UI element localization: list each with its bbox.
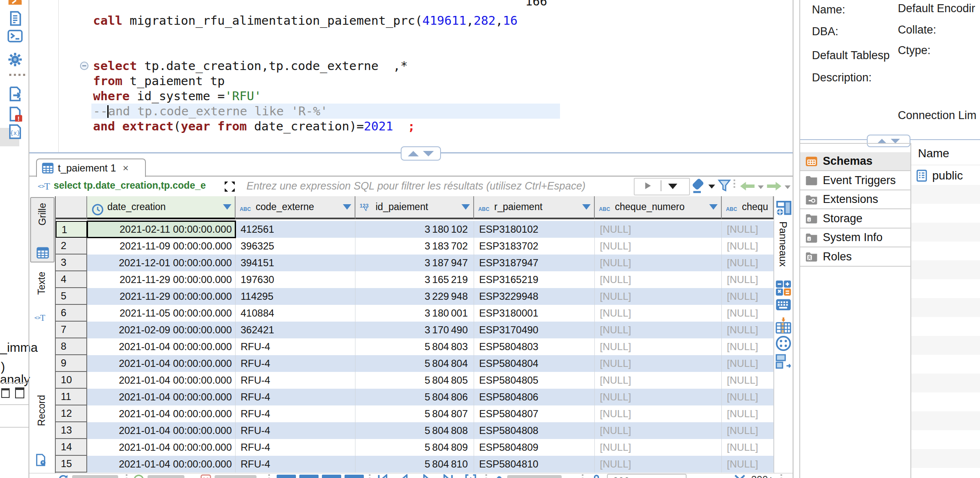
table-cell-code[interactable]: 362421 [236, 322, 355, 338]
column-header-id_paiement[interactable]: 123id_paiement [355, 196, 474, 219]
export-result-icon[interactable] [8, 86, 23, 101]
fetch-settings-icon[interactable] [591, 474, 602, 478]
next-record-icon[interactable] [421, 474, 432, 478]
row-number-cell[interactable]: 7 [56, 322, 87, 338]
column-header-r_paiement[interactable]: ABCr_paiement [474, 196, 595, 219]
row-number-cell[interactable]: 6 [56, 305, 87, 322]
layout-icon[interactable] [775, 354, 791, 370]
table-cell-cheque[interactable]: [NULL] [595, 456, 722, 473]
table-cell-date[interactable]: 2021-01-04 00:00:00.000 [87, 338, 236, 355]
code-line[interactable]: from t_paiement tp [93, 73, 225, 88]
table-cell-date[interactable]: 2021-11-29 00:00:00.000 [87, 288, 236, 305]
execute-orange-icon[interactable] [8, 0, 23, 8]
row-number-cell[interactable]: 1 [56, 221, 87, 238]
table-cell-r[interactable]: ESP3187947 [474, 255, 595, 271]
column-header-chequ[interactable]: ABCchequ [722, 196, 774, 219]
table-cell-id[interactable]: 3 180 102 [355, 221, 474, 238]
table-cell-date[interactable]: 2021-01-04 00:00:00.000 [87, 456, 236, 473]
panels-toggle-icon[interactable] [775, 200, 793, 217]
column-filter-dropdown-icon[interactable] [343, 204, 351, 210]
table-cell-code[interactable]: 412561 [236, 221, 355, 238]
table-cell-r[interactable]: ESP3229948 [474, 288, 595, 305]
sash-down-icon[interactable] [423, 151, 434, 156]
column-header-date_creation[interactable]: date_creation [87, 196, 236, 219]
code-line[interactable]: where id_systeme ='RFU' [93, 88, 262, 104]
record-mode-icon[interactable] [775, 335, 791, 351]
table-cell-r[interactable]: ESP5804804 [474, 355, 595, 372]
table-cell-id[interactable]: 5 804 807 [355, 405, 474, 422]
virtual-keyboard-icon[interactable] [775, 299, 791, 314]
table-cell-last[interactable]: [NULL] [722, 405, 774, 422]
table-cell-code[interactable]: RFU-4 [236, 439, 355, 456]
table-cell-date[interactable]: 2021-01-04 00:00:00.000 [87, 372, 236, 389]
table-cell-last[interactable]: [NULL] [722, 271, 774, 288]
sash-down-icon[interactable] [891, 139, 900, 143]
table-cell-date[interactable]: 2021-01-04 00:00:00.000 [87, 405, 236, 422]
table-cell-date[interactable]: 2021-11-05 00:00:00.000 [87, 305, 236, 322]
tree-item-schemas[interactable]: Schemas [800, 152, 910, 171]
pagination-segment-icon[interactable] [345, 475, 364, 478]
table-cell-r[interactable]: ESP5804808 [474, 422, 595, 439]
table-cell-last[interactable]: [NULL] [722, 322, 774, 338]
table-cell-code[interactable]: 410884 [236, 305, 355, 322]
result-forward-button[interactable] [765, 181, 783, 191]
table-cell-date[interactable]: 2021-01-04 00:00:00.000 [87, 389, 236, 405]
table-cell-id[interactable]: 5 804 805 [355, 372, 474, 389]
table-cell-id[interactable]: 3 170 490 [355, 322, 474, 338]
calculator-icon[interactable] [775, 280, 791, 296]
code-line[interactable]: call migration_rfu_alimentation_paiement… [93, 13, 518, 28]
table-cell-date[interactable]: 2021-12-01 00:00:00.000 [87, 255, 236, 271]
row-number-cell[interactable]: 14 [56, 439, 87, 456]
table-cell-date[interactable]: 2021-01-04 00:00:00.000 [87, 439, 236, 456]
pagination-segment-icon[interactable] [299, 475, 319, 478]
table-cell-cheque[interactable]: [NULL] [595, 338, 722, 355]
table-cell-last[interactable]: [NULL] [722, 238, 774, 255]
clear-filter-dropdown[interactable] [708, 184, 715, 189]
table-cell-code[interactable]: RFU-4 [236, 422, 355, 439]
results-tab-t-paiement-1[interactable]: t_paiement 1 × [36, 158, 146, 177]
table-cell-code[interactable]: 114295 [236, 288, 355, 305]
table-cell-cheque[interactable]: [NULL] [595, 422, 722, 439]
code-line[interactable]: select tp.date_creation,tp.code_externe … [93, 58, 408, 73]
table-cell-r[interactable]: ESP3170490 [474, 322, 595, 338]
table-cell-last[interactable]: [NULL] [722, 439, 774, 456]
table-cell-cheque[interactable]: [NULL] [595, 288, 722, 305]
sash-up-icon[interactable] [877, 139, 887, 143]
table-cell-r[interactable]: ESP5804803 [474, 338, 595, 355]
table-cell-code[interactable]: RFU-4 [236, 355, 355, 372]
table-cell-last[interactable]: [NULL] [722, 372, 774, 389]
table-cell-cheque[interactable]: [NULL] [595, 305, 722, 322]
side-tab-texte[interactable]: Texte <>T [33, 272, 54, 330]
fetch-page-icon[interactable] [465, 474, 476, 478]
row-number-cell[interactable]: 11 [56, 389, 87, 405]
table-cell-date[interactable]: 2021-11-29 00:00:00.000 [87, 271, 236, 288]
table-cell-cheque[interactable]: [NULL] [595, 238, 722, 255]
table-cell-last[interactable]: [NULL] [722, 288, 774, 305]
table-cell-last[interactable]: [NULL] [722, 422, 774, 439]
table-cell-last[interactable]: [NULL] [722, 456, 774, 473]
tree-item-roles[interactable]: Roles [800, 248, 910, 267]
export-results-icon[interactable] [494, 474, 505, 478]
row-number-cell[interactable]: 8 [56, 338, 87, 355]
column-filter-dropdown-icon[interactable] [461, 204, 470, 210]
table-cell-r[interactable]: ESP3180102 [474, 221, 595, 238]
code-line[interactable]: --and tp.code_externe like 'R-%' [93, 104, 328, 119]
side-tab-grille[interactable]: Grille [30, 197, 54, 262]
table-cell-cheque[interactable]: [NULL] [595, 439, 722, 456]
row-number-cell[interactable]: 2 [56, 238, 87, 255]
table-cell-cheque[interactable]: [NULL] [595, 271, 722, 288]
filter-history-dropdown[interactable] [668, 184, 677, 189]
table-cell-code[interactable]: RFU-4 [236, 389, 355, 405]
table-cell-r[interactable]: ESP5804806 [474, 389, 595, 405]
table-cell-id[interactable]: 5 804 806 [355, 389, 474, 405]
table-cell-last[interactable]: [NULL] [722, 389, 774, 405]
expand-filter-icon[interactable] [224, 181, 236, 192]
table-cell-cheque[interactable]: [NULL] [595, 372, 722, 389]
row-number-cell[interactable]: 10 [56, 372, 87, 389]
table-cell-r[interactable]: ESP5804810 [474, 456, 595, 473]
table-cell-last[interactable]: [NULL] [722, 221, 774, 238]
sql-console-icon[interactable] [8, 29, 23, 44]
first-record-icon[interactable] [377, 474, 388, 478]
column-filter-dropdown-icon[interactable] [223, 204, 231, 210]
table-cell-r[interactable]: ESP5804809 [474, 439, 595, 456]
